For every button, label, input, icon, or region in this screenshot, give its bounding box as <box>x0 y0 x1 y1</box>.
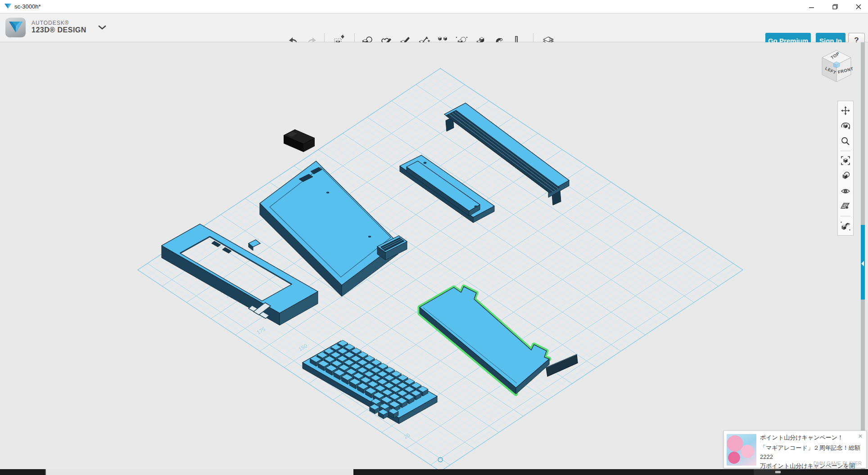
hide-show-eye-icon[interactable] <box>839 184 852 199</box>
123d-logo-icon <box>5 17 26 37</box>
close-button[interactable] <box>854 2 863 12</box>
ad-toast: ポイント山分けキャンペーン！ 「マギアレコード」２周年記念！総額2222 万ポイ… <box>723 430 867 468</box>
nav-separator <box>841 151 850 151</box>
app-header: AUTODESK® 123D® DESIGN <box>0 13 868 42</box>
sketch-grid <box>138 68 743 469</box>
pan-icon[interactable] <box>839 103 852 118</box>
shading-icon[interactable] <box>839 168 852 184</box>
ad-body-line1: 「マギアレコード」２周年記念！総額2222 <box>760 444 860 460</box>
panel-expander[interactable] <box>861 225 865 300</box>
orbit-icon[interactable] <box>839 118 852 134</box>
brand-line1: AUTODESK® <box>32 20 86 26</box>
zoom-icon[interactable] <box>839 134 852 149</box>
svg-text:175: 175 <box>256 326 267 336</box>
view-cube[interactable]: TOP LEFT FRONT <box>819 49 854 85</box>
ad-source: DMM GAME PLAYER <box>814 461 862 466</box>
zoom-to-fit-icon[interactable] <box>839 153 852 168</box>
chevron-down-icon[interactable] <box>98 25 106 30</box>
scene-3d[interactable]: 502517515025 <box>0 42 868 469</box>
taskbar-clock-fragment <box>775 471 781 473</box>
right-edge-strip <box>861 42 865 469</box>
part-cartridge-cover[interactable] <box>284 130 315 152</box>
ad-close-icon[interactable]: × <box>858 432 863 441</box>
restore-button[interactable] <box>830 2 840 12</box>
title-bar: sc-3000h* <box>0 0 868 13</box>
brand: AUTODESK® 123D® DESIGN <box>5 17 106 37</box>
taskbar-light-segment <box>45 469 353 475</box>
grid-visibility-icon[interactable] <box>839 199 852 214</box>
view-nav-toolbar <box>837 101 854 236</box>
app-icon <box>4 3 12 10</box>
taskbar-sliver <box>0 469 868 475</box>
ad-title[interactable]: ポイント山分けキャンペーン！ <box>760 434 854 442</box>
ad-thumbnail[interactable] <box>727 434 756 466</box>
minimize-button[interactable] <box>807 2 817 12</box>
expand-left-arrow-icon <box>861 261 864 266</box>
window-title: sc-3000h* <box>14 3 41 10</box>
snap-toggle-icon[interactable] <box>839 218 852 233</box>
brand-line2: 123D® DESIGN <box>32 26 86 34</box>
nav-separator <box>841 216 850 216</box>
viewport[interactable]: 502517515025 <box>0 42 868 469</box>
